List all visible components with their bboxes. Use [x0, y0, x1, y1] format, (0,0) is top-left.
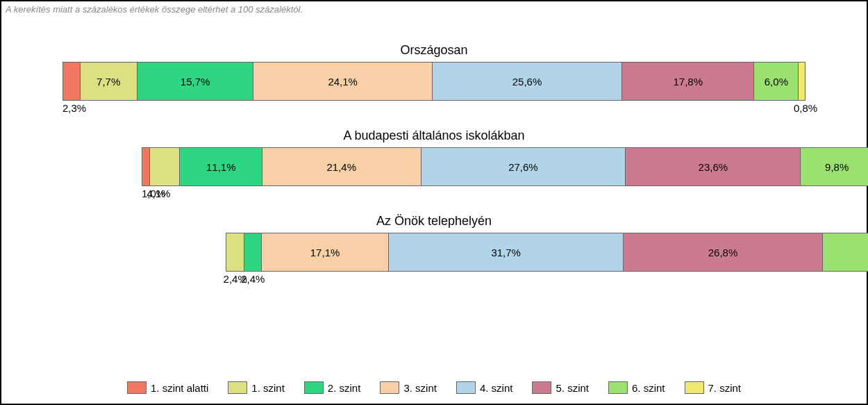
- legend-label: 3. szint: [403, 382, 437, 394]
- bar-segment: [244, 233, 262, 271]
- bar-segment: 15,7%: [137, 63, 254, 100]
- bar-segment: 25,6%: [433, 63, 622, 100]
- chart-footnote: A kerekítés miatt a százalékos értékek ö…: [6, 4, 303, 15]
- bar-segment: [142, 148, 150, 185]
- bar-segment: [63, 63, 81, 100]
- bar-segment: 11,1%: [180, 148, 262, 185]
- legend-item: 1. szint alatti: [127, 381, 208, 394]
- stacked-bar: 11,1%21,4%27,6%23,6%9,8%: [142, 147, 868, 186]
- legend-swatch: [380, 381, 399, 394]
- bar-segment: 27,6%: [422, 148, 626, 185]
- bar-segment: 31,7%: [389, 233, 624, 271]
- stacked-bar: 17,1%31,7%26,8%19,5%: [226, 233, 868, 272]
- bar-segment: 24,1%: [253, 63, 432, 100]
- bar-segment: 17,1%: [262, 233, 389, 271]
- bar-segment: [226, 233, 244, 271]
- legend-swatch: [456, 381, 476, 394]
- bar-segment: 19,5%: [823, 233, 868, 271]
- bar-segment: 23,6%: [626, 148, 801, 185]
- bar-row: 11,1%21,4%27,6%23,6%9,8%1,0%4,1%1,4%: [142, 147, 868, 186]
- legend: 1. szint alatti1. szint2. szint3. szint4…: [1, 381, 867, 394]
- bar-segment-label-external: 2,4%: [241, 273, 265, 285]
- legend-item: 3. szint: [380, 381, 437, 394]
- legend-label: 6. szint: [632, 382, 665, 394]
- bar-group: Az Önök telephelyén17,1%31,7%26,8%19,5%2…: [1, 214, 867, 272]
- bar-row: 17,1%31,7%26,8%19,5%2,4%2,4%: [226, 233, 868, 272]
- bar-segment: 7,7%: [81, 63, 137, 100]
- bar-segment-label-external: 4,1%: [147, 188, 170, 199]
- legend-item: 5. szint: [532, 381, 589, 394]
- bar-segment: [150, 148, 181, 185]
- bar-segment: 21,4%: [262, 148, 422, 185]
- bar-title: Az Önök telephelyén: [1, 214, 867, 229]
- bars-area: Országosan7,7%15,7%24,1%25,6%17,8%6,0%2,…: [1, 43, 867, 299]
- legend-swatch: [228, 381, 247, 394]
- stacked-bar: 7,7%15,7%24,1%25,6%17,8%6,0%: [62, 62, 806, 101]
- legend-item: 4. szint: [456, 381, 513, 394]
- legend-swatch: [608, 381, 628, 394]
- legend-swatch: [127, 381, 147, 394]
- legend-label: 1. szint alatti: [151, 382, 208, 394]
- bar-group: Országosan7,7%15,7%24,1%25,6%17,8%6,0%2,…: [1, 43, 867, 101]
- legend-item: 1. szint: [228, 381, 285, 394]
- bar-segment-label-external: 0,8%: [794, 102, 817, 114]
- chart-container: A kerekítés miatt a százalékos értékek ö…: [0, 0, 868, 405]
- bar-title: Országosan: [1, 43, 867, 58]
- bar-segment-label-external: 2,3%: [62, 102, 86, 114]
- legend-swatch: [304, 381, 324, 394]
- legend-item: 2. szint: [304, 381, 361, 394]
- bar-title: A budapesti általános iskolákban: [1, 129, 867, 143]
- legend-item: 7. szint: [685, 381, 742, 394]
- legend-label: 1. szint: [251, 382, 285, 394]
- bar-segment: 17,8%: [622, 63, 754, 100]
- legend-label: 2. szint: [328, 382, 361, 394]
- legend-swatch: [685, 381, 704, 394]
- bar-row: 7,7%15,7%24,1%25,6%17,8%6,0%2,3%0,8%: [62, 62, 806, 101]
- bar-segment: 6,0%: [754, 63, 799, 100]
- bar-segment: [799, 63, 805, 100]
- bar-segment: 26,8%: [624, 233, 822, 271]
- legend-swatch: [532, 381, 551, 394]
- legend-item: 6. szint: [608, 381, 665, 394]
- bar-segment: 9,8%: [801, 148, 868, 185]
- legend-label: 7. szint: [708, 382, 742, 394]
- bar-group: A budapesti általános iskolákban11,1%21,…: [1, 129, 867, 186]
- legend-label: 4. szint: [480, 382, 513, 394]
- legend-label: 5. szint: [556, 382, 589, 394]
